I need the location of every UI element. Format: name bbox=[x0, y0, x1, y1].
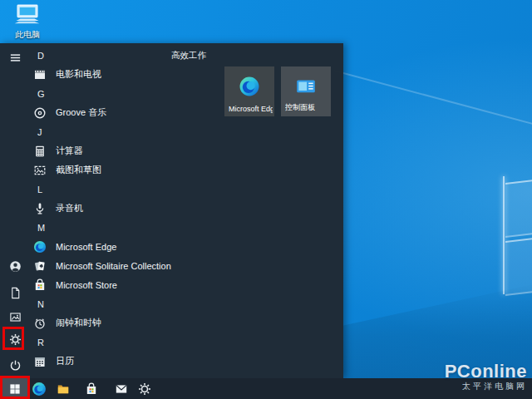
app-list-section-letter[interactable]: R bbox=[30, 332, 173, 352]
power-icon bbox=[9, 359, 22, 372]
tile-grid: Microsoft Edge控制面板 bbox=[224, 66, 331, 116]
app-list-item[interactable]: 录音机 bbox=[30, 199, 173, 218]
window-glow-edge bbox=[503, 176, 505, 294]
folder-icon bbox=[57, 382, 70, 396]
app-list-item[interactable]: 闹钟和时钟 bbox=[30, 313, 173, 332]
mail-icon bbox=[115, 382, 128, 396]
this-pc-icon bbox=[13, 3, 42, 28]
app-list-item[interactable]: Groove 音乐 bbox=[30, 103, 173, 122]
app-label: 计算器 bbox=[56, 145, 83, 157]
start-menu-app-list: D电影和电视GGroove 音乐J计算器截图和草图L录音机MMicrosoft … bbox=[30, 46, 173, 378]
voice-recorder-icon bbox=[32, 200, 48, 217]
edge-icon bbox=[32, 382, 47, 397]
sidebar-user-button[interactable] bbox=[0, 254, 30, 278]
app-list-item[interactable]: Microsoft Solitaire Collection bbox=[30, 256, 173, 275]
taskbar-settings-button[interactable] bbox=[133, 378, 156, 399]
gear-icon bbox=[138, 382, 151, 396]
wallpaper-light-ray bbox=[334, 70, 532, 128]
sidebar-menu-button[interactable] bbox=[0, 45, 30, 70]
start-tile-1[interactable]: 控制面板 bbox=[281, 66, 331, 116]
app-list-section-letter[interactable]: D bbox=[30, 46, 173, 65]
taskbar-start-button[interactable] bbox=[0, 378, 30, 399]
sidebar-documents-button[interactable] bbox=[0, 280, 30, 305]
alarm-clock-icon bbox=[32, 315, 48, 332]
pictures-icon bbox=[9, 311, 22, 323]
taskbar-store-button[interactable] bbox=[80, 378, 103, 399]
taskbar bbox=[0, 378, 532, 399]
app-list-item[interactable]: 计算器 bbox=[30, 141, 173, 160]
app-list-section-letter[interactable]: J bbox=[30, 122, 173, 141]
app-label: Microsoft Solitaire Collection bbox=[56, 261, 171, 271]
sidebar-power-button[interactable] bbox=[0, 352, 30, 377]
windows-icon bbox=[9, 383, 21, 395]
app-list-item[interactable]: 日历 bbox=[30, 352, 173, 371]
app-list-item[interactable]: Microsoft Edge bbox=[30, 237, 173, 256]
sidebar-pictures-button[interactable] bbox=[0, 304, 30, 329]
app-list-section-letter[interactable]: L bbox=[30, 180, 173, 199]
solitaire-icon bbox=[32, 258, 48, 274]
app-label: 录音机 bbox=[56, 202, 83, 214]
app-label: 闹钟和时钟 bbox=[56, 317, 101, 329]
calculator-icon bbox=[32, 143, 48, 160]
wallpaper-window-glow bbox=[503, 175, 532, 296]
store-icon bbox=[32, 277, 48, 293]
tile-group-title[interactable]: 高效工作 bbox=[171, 50, 206, 62]
taskbar-mail-button[interactable] bbox=[110, 378, 133, 399]
start-menu: D电影和电视GGroove 音乐J计算器截图和草图L录音机MMicrosoft … bbox=[0, 43, 343, 378]
app-label: Groove 音乐 bbox=[56, 106, 106, 119]
hamburger-icon bbox=[9, 52, 22, 64]
app-label: 电影和电视 bbox=[56, 68, 101, 81]
calendar-icon bbox=[32, 353, 48, 370]
taskbar-file-explorer-button[interactable] bbox=[52, 378, 75, 399]
desktop-screen: 此电脑 D电影和电视GGroove 音乐J计算器截图和草图L录音机MMicros… bbox=[0, 0, 532, 399]
desktop-icon-label: 此电脑 bbox=[15, 29, 40, 41]
app-list-item[interactable]: 电影和电视 bbox=[30, 65, 173, 84]
taskbar-edge-button[interactable] bbox=[27, 378, 51, 399]
snip-sketch-icon bbox=[32, 162, 48, 179]
app-list-item[interactable]: 截图和草图 bbox=[30, 160, 173, 180]
sidebar-settings-button[interactable] bbox=[0, 327, 30, 352]
app-label: 日历 bbox=[56, 355, 74, 367]
store-icon bbox=[85, 382, 98, 396]
edge-icon bbox=[224, 76, 274, 97]
tile-label: Microsoft Edge bbox=[229, 105, 273, 113]
window-glow-pane bbox=[505, 180, 532, 238]
app-label: Microsoft Store bbox=[56, 280, 117, 290]
app-label: Microsoft Edge bbox=[56, 242, 116, 252]
tile-label: 控制面板 bbox=[285, 102, 329, 113]
app-list-section-letter[interactable]: N bbox=[30, 294, 173, 313]
gear-icon bbox=[9, 333, 22, 346]
movies-tv-icon bbox=[32, 66, 48, 83]
edge-icon bbox=[32, 239, 48, 255]
app-list-section-letter[interactable]: M bbox=[30, 218, 173, 237]
wallpaper-floor-shadow bbox=[342, 283, 532, 378]
app-list-item[interactable]: Microsoft Store bbox=[30, 275, 173, 294]
control-panel-icon bbox=[281, 76, 331, 97]
desktop-icon-this-pc[interactable]: 此电脑 bbox=[7, 3, 48, 41]
user-icon bbox=[9, 260, 22, 273]
app-list-section-letter[interactable]: G bbox=[30, 84, 173, 103]
document-icon bbox=[9, 287, 22, 299]
groove-music-icon bbox=[32, 105, 48, 121]
start-tile-0[interactable]: Microsoft Edge bbox=[224, 66, 274, 116]
app-label: 截图和草图 bbox=[56, 164, 101, 176]
